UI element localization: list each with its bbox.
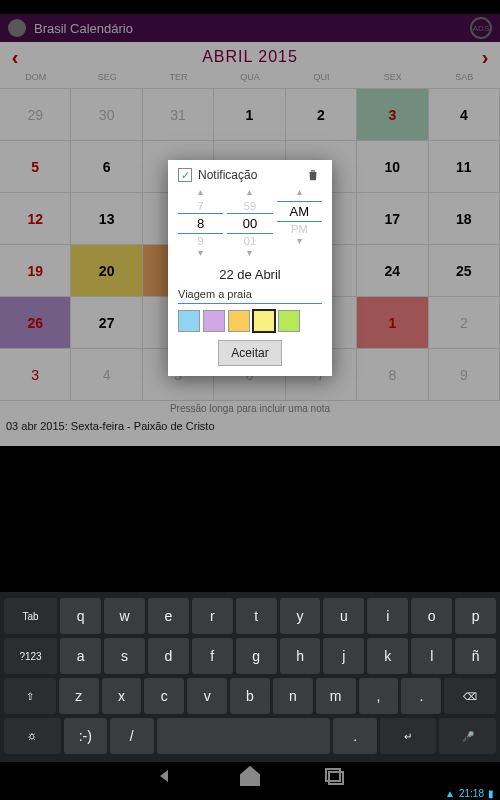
color-swatches xyxy=(178,310,322,332)
key-enter[interactable]: ↵ xyxy=(380,718,437,754)
key-t[interactable]: t xyxy=(236,598,277,634)
wifi-icon: ▲ xyxy=(445,788,455,799)
key-e[interactable]: e xyxy=(148,598,189,634)
home-button[interactable] xyxy=(238,764,262,784)
key-/[interactable]: / xyxy=(110,718,153,754)
key-b[interactable]: b xyxy=(230,678,270,714)
minute-column[interactable]: ▴ 59 00 01 ▾ xyxy=(227,186,272,261)
key-settings[interactable]: ⛭ xyxy=(4,718,61,754)
key-a[interactable]: a xyxy=(60,638,101,674)
key-x[interactable]: x xyxy=(102,678,142,714)
event-note-input[interactable]: Viagem a praia xyxy=(178,286,322,304)
key-Tab[interactable]: Tab xyxy=(4,598,57,634)
key-mic[interactable]: 🎤 xyxy=(439,718,496,754)
key-k[interactable]: k xyxy=(367,638,408,674)
key-:-)[interactable]: :-) xyxy=(64,718,107,754)
key-g[interactable]: g xyxy=(236,638,277,674)
key-m[interactable]: m xyxy=(316,678,356,714)
chevron-down-icon[interactable]: ▾ xyxy=(178,247,223,261)
recent-button[interactable] xyxy=(322,764,346,784)
key-l[interactable]: l xyxy=(411,638,452,674)
key-shift[interactable]: ⇧ xyxy=(4,678,56,714)
key-r[interactable]: r xyxy=(192,598,233,634)
event-date-label: 22 de Abril xyxy=(178,267,322,282)
chevron-up-icon[interactable]: ▴ xyxy=(227,186,272,200)
event-dialog: ✓ Notificação ▴ 7 8 9 ▾ ▴ 59 00 01 ▾ ▴ A… xyxy=(168,160,332,376)
key-d[interactable]: d xyxy=(148,638,189,674)
key-v[interactable]: v xyxy=(187,678,227,714)
chevron-up-icon[interactable]: ▴ xyxy=(178,186,223,200)
chevron-down-icon[interactable]: ▾ xyxy=(277,235,322,249)
key-j[interactable]: j xyxy=(323,638,364,674)
key-z[interactable]: z xyxy=(59,678,99,714)
key-f[interactable]: f xyxy=(192,638,233,674)
key-.[interactable]: . xyxy=(333,718,376,754)
notification-checkbox[interactable]: ✓ xyxy=(178,168,192,182)
clock: 21:18 xyxy=(459,788,484,799)
key-u[interactable]: u xyxy=(323,598,364,634)
color-swatch[interactable] xyxy=(178,310,200,332)
back-button[interactable] xyxy=(154,764,178,784)
key-i[interactable]: i xyxy=(367,598,408,634)
key-space[interactable] xyxy=(157,718,331,754)
battery-icon: ▮ xyxy=(488,788,494,799)
key-q[interactable]: q xyxy=(60,598,101,634)
key-ñ[interactable]: ñ xyxy=(455,638,496,674)
system-bar: ▲ 21:18 ▮ xyxy=(0,786,500,800)
chevron-up-icon[interactable]: ▴ xyxy=(277,186,322,200)
key-y[interactable]: y xyxy=(280,598,321,634)
key-o[interactable]: o xyxy=(411,598,452,634)
key-c[interactable]: c xyxy=(144,678,184,714)
key-,[interactable]: , xyxy=(359,678,399,714)
color-swatch[interactable] xyxy=(203,310,225,332)
ampm-column[interactable]: ▴ AM PM ▾ xyxy=(277,186,322,261)
color-swatch[interactable] xyxy=(278,310,300,332)
delete-icon[interactable] xyxy=(306,168,322,182)
color-swatch[interactable] xyxy=(253,310,275,332)
time-picker[interactable]: ▴ 7 8 9 ▾ ▴ 59 00 01 ▾ ▴ AM PM ▾ xyxy=(178,186,322,261)
android-nav-bar xyxy=(0,762,500,786)
key-p[interactable]: p xyxy=(455,598,496,634)
notification-label: Notificação xyxy=(198,168,257,182)
color-swatch[interactable] xyxy=(228,310,250,332)
key-backspace[interactable]: ⌫ xyxy=(444,678,496,714)
key-w[interactable]: w xyxy=(104,598,145,634)
key-symbols[interactable]: ?123 xyxy=(4,638,57,674)
soft-keyboard: Tabqwertyuiop?123asdfghjklñ⇧zxcvbnm,.⌫⛭:… xyxy=(0,592,500,762)
hour-column[interactable]: ▴ 7 8 9 ▾ xyxy=(178,186,223,261)
key-.[interactable]: . xyxy=(401,678,441,714)
key-h[interactable]: h xyxy=(280,638,321,674)
key-s[interactable]: s xyxy=(104,638,145,674)
key-n[interactable]: n xyxy=(273,678,313,714)
chevron-down-icon[interactable]: ▾ xyxy=(227,247,272,261)
accept-button[interactable]: Aceitar xyxy=(218,340,281,366)
